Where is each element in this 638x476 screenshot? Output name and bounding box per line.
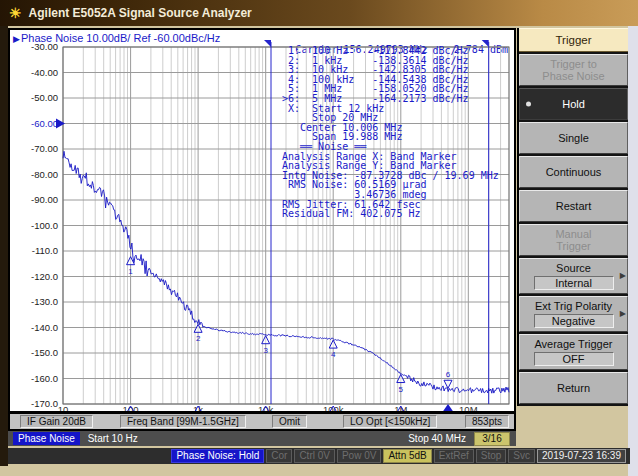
active-marker-triangle-icon bbox=[444, 380, 452, 388]
softkey-manual-trigger: ManualTrigger bbox=[519, 224, 628, 256]
scale-if-gain[interactable]: IF Gain 20dB bbox=[20, 415, 93, 428]
svg-text:3: 3 bbox=[263, 346, 268, 355]
svg-text:-120.0: -120.0 bbox=[31, 271, 58, 282]
window-titlebar: ☀ Agilent E5052A Signal Source Analyzer bbox=[0, 0, 638, 26]
y-axis-labels: -30.00-40.00-50.00-60.00-70.00-80.00-90.… bbox=[31, 41, 65, 409]
trace-markers[interactable]: 123456 bbox=[127, 257, 452, 394]
softkey-label: Ext Trig Polarity bbox=[535, 300, 612, 312]
measurement-bar: Phase Noise Start 10 Hz Stop 40 MHz 3/16 bbox=[8, 431, 516, 446]
status-attn: Attn 5dB bbox=[383, 449, 431, 463]
status-pow: Pow 0V bbox=[337, 449, 381, 463]
active-axis-marker-icon bbox=[442, 404, 453, 411]
svg-text:-110.0: -110.0 bbox=[32, 245, 58, 256]
svg-text:10: 10 bbox=[58, 404, 69, 411]
sweep-start-label: Start 10 Hz bbox=[88, 433, 138, 444]
svg-text:-100.0: -100.0 bbox=[31, 220, 58, 231]
measurement-mode-badge: Phase Noise bbox=[13, 432, 80, 445]
softkey-label: Hold bbox=[562, 98, 585, 110]
softkey-label: Trigger bbox=[556, 240, 590, 252]
sweep-stop-label: Stop 40 MHz bbox=[408, 433, 466, 444]
status-stop: Stop bbox=[476, 449, 507, 463]
marker-readout: 1: 100 Hz -111.8442 dBc/Hz 2: 1 kHz -138… bbox=[282, 46, 499, 219]
softkey-label: Phase Noise bbox=[542, 70, 604, 82]
average-count-badge: 3/16 bbox=[474, 432, 510, 446]
scale-info-row: IF Gain 20dBFreq Band [99M-1.5GHz]OmitLO… bbox=[8, 413, 516, 431]
softkey-ext-trig-polarity-value: Negative bbox=[534, 314, 614, 328]
right-frame-strip bbox=[628, 26, 638, 476]
svg-text:5: 5 bbox=[399, 385, 404, 394]
band-marker-flag-icon bbox=[264, 40, 271, 47]
scale-freq-band[interactable]: Freq Band [99M-1.5GHz] bbox=[120, 415, 246, 428]
svg-text:-50.00: -50.00 bbox=[31, 92, 58, 103]
status-svc: Svc bbox=[508, 449, 535, 463]
svg-text:-140.0: -140.0 bbox=[31, 322, 58, 333]
svg-text:10M: 10M bbox=[459, 404, 478, 411]
svg-text:10k: 10k bbox=[258, 404, 274, 411]
status-datetime: 2019-07-23 16:39 bbox=[537, 449, 626, 463]
softkey-label: Trigger to bbox=[550, 58, 597, 70]
softkey-label: Average Trigger bbox=[534, 338, 612, 350]
softkey-restart[interactable]: Restart bbox=[519, 190, 628, 222]
svg-text:-30.00: -30.00 bbox=[31, 41, 58, 52]
svg-text:100k: 100k bbox=[323, 404, 344, 411]
softkey-label: Single bbox=[558, 132, 589, 144]
instrument-status-bar: Phase Noise: HoldCorCtrl 0VPow 0VAttn 5d… bbox=[8, 448, 630, 464]
svg-text:-60.00: -60.00 bbox=[31, 118, 58, 129]
softkey-ext-trig-polarity[interactable]: Ext Trig PolarityNegative▶ bbox=[519, 296, 628, 332]
svg-text:-90.00: -90.00 bbox=[31, 194, 58, 205]
svg-text:-160.0: -160.0 bbox=[31, 373, 58, 384]
svg-text:2: 2 bbox=[196, 334, 201, 343]
softkey-average-trigger[interactable]: Average TriggerOFF bbox=[519, 334, 628, 370]
softkey-hold[interactable]: Hold bbox=[519, 88, 628, 120]
status-phase-noise-hold: Phase Noise: Hold bbox=[171, 449, 264, 463]
svg-text:1k: 1k bbox=[193, 404, 203, 411]
softkey-label: Return bbox=[557, 382, 590, 394]
softkey-label: Continuous bbox=[546, 166, 602, 178]
svg-text:6: 6 bbox=[446, 370, 451, 379]
svg-text:-170.0: -170.0 bbox=[31, 398, 58, 409]
softkey-label: Restart bbox=[556, 200, 591, 212]
window-title: Agilent E5052A Signal Source Analyzer bbox=[29, 6, 252, 20]
scale-omit[interactable]: Omit bbox=[272, 415, 307, 428]
softkey-source[interactable]: SourceInternal▶ bbox=[519, 258, 628, 294]
left-frame-strip bbox=[0, 26, 8, 466]
softkey-continuous[interactable]: Continuous bbox=[519, 156, 628, 188]
softkey-single[interactable]: Single bbox=[519, 122, 628, 154]
status-extref: ExtRef bbox=[434, 449, 474, 463]
submenu-arrow-icon: ▶ bbox=[620, 308, 626, 320]
scale-points[interactable]: 853pts bbox=[465, 415, 509, 428]
softkey-source-value: Internal bbox=[534, 276, 614, 290]
svg-text:-130.0: -130.0 bbox=[31, 296, 58, 307]
submenu-arrow-icon: ▶ bbox=[620, 270, 626, 282]
svg-text:4: 4 bbox=[331, 350, 336, 359]
active-key-bullet-icon bbox=[526, 102, 531, 107]
ref-level-arrow-icon bbox=[56, 119, 65, 129]
status-ctrl: Ctrl 0V bbox=[294, 449, 335, 463]
softkey-trigger-to-phase-noise: Trigger toPhase Noise bbox=[519, 54, 628, 86]
softkey-return[interactable]: Return bbox=[519, 372, 628, 404]
softkey-menu-title: Trigger bbox=[519, 28, 628, 52]
svg-text:1: 1 bbox=[128, 267, 133, 276]
softkey-label: Source bbox=[556, 262, 591, 274]
softkey-label: Manual bbox=[555, 228, 591, 240]
status-cor: Cor bbox=[266, 449, 292, 463]
softkey-menu: Trigger Trigger toPhase NoiseHoldSingleC… bbox=[517, 28, 628, 406]
svg-text:-80.00: -80.00 bbox=[31, 169, 58, 180]
svg-text:-40.00: -40.00 bbox=[31, 67, 58, 78]
scale-lo-opt[interactable]: LO Opt [<150kHz] bbox=[343, 415, 437, 428]
agilent-logo-icon: ☀ bbox=[9, 5, 22, 21]
svg-text:-150.0: -150.0 bbox=[31, 347, 58, 358]
softkey-average-trigger-value: OFF bbox=[534, 352, 614, 366]
svg-text:-70.00: -70.00 bbox=[31, 143, 58, 154]
graph-panel: ▶Phase Noise 10.00dB/ Ref -60.00dBc/Hz C… bbox=[8, 28, 516, 413]
svg-text:1M: 1M bbox=[394, 404, 407, 411]
